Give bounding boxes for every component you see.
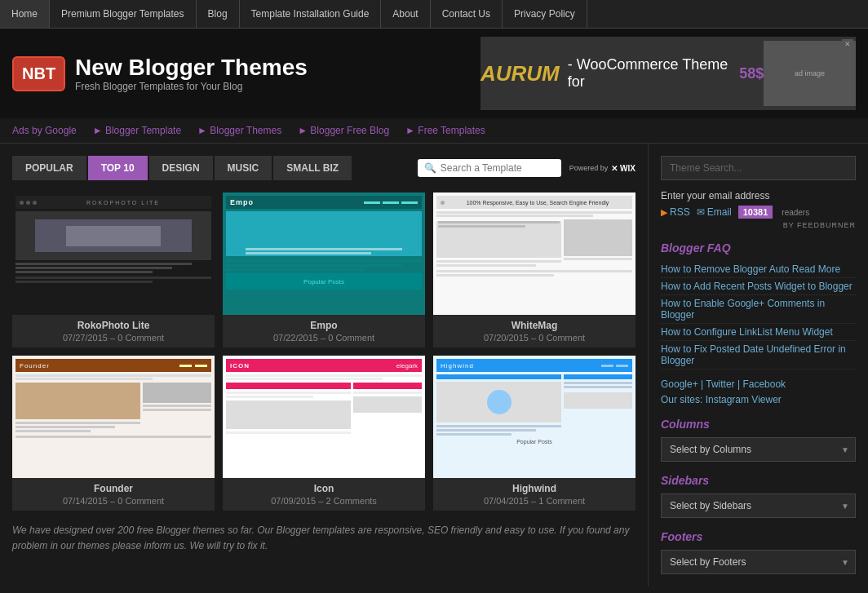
template-name: RokoPhoto Lite [19,320,208,331]
our-sites: Our sites: Instagram Viewer [661,394,856,405]
template-name: WhiteMag [440,320,629,331]
rss-link[interactable]: ▶ RSS [661,206,690,218]
nav-premium[interactable]: Premium Blogger Templates [50,0,197,28]
template-card-whitemag[interactable]: 100% Responsive, Easy to Use, Search Eng… [433,193,636,347]
sidebar: Enter your email address ▶ RSS ✉ Email 1… [648,144,868,586]
rss-label: RSS [670,206,690,218]
template-info-empo: Empo 07/22/2015 – 0 Comment [223,315,425,347]
nav-installation[interactable]: Template Installation Guide [240,0,382,28]
footers-section: Footers Select by Footers [661,530,856,574]
sidebars-select-wrapper: Select by Sidebars [661,493,856,518]
nav-about[interactable]: About [381,0,430,28]
template-date: 07/09/2015 – 2 Comments [229,496,418,506]
faq-title: Blogger FAQ [661,241,856,254]
template-date: 07/14/2015 – 0 Comment [19,496,208,506]
template-date: 07/20/2015 – 0 Comment [440,333,629,343]
template-card-rokophoto[interactable]: ROKOPHOTO LITE [12,193,215,347]
template-info-whitemag: WhiteMag 07/20/2015 – 0 Comment [433,315,636,347]
top-navigation: Home Premium Blogger Templates Blog Temp… [0,0,868,29]
columns-title: Columns [661,418,856,431]
template-name: Empo [229,320,418,331]
ads-by-google[interactable]: Ads by Google [12,125,77,136]
tab-music[interactable]: MUSIC [215,156,272,180]
email-link-label: Email [707,206,732,218]
search-input[interactable] [441,162,555,174]
site-name: New Blogger Themes [75,55,308,81]
wix-brand: ✕ WIX [611,164,636,173]
template-info-highwind: Highwind 07/04/2015 – 1 Comment [433,478,636,511]
nav-contact[interactable]: Contact Us [431,0,503,28]
template-tabs: POPULAR TOP 10 DESIGN MUSIC SMALL BIZ 🔍 … [12,156,636,180]
header-ad-banner[interactable]: ✕ AURUM - WooCommerce Theme for 58$ ad i… [480,37,856,110]
sidebars-select[interactable]: Select by Sidebars [661,493,856,518]
site-logo: NBT [12,56,65,91]
footers-title: Footers [661,530,856,543]
footers-select-wrapper: Select by Footers [661,550,856,574]
template-name: Icon [229,483,418,494]
ad-image: ad image [764,41,856,106]
tab-design[interactable]: DESIGN [149,156,213,180]
sidebar-search [661,156,856,180]
tab-top10[interactable]: TOP 10 [88,156,148,180]
tab-smallbiz[interactable]: SMALL BIZ [273,156,352,180]
sidebars-section: Sidebars Select by Sidebars [661,474,856,518]
readers-count: 10381 [738,206,773,219]
site-header: NBT New Blogger Themes Fresh Blogger Tem… [0,29,868,118]
template-card-empo[interactable]: Empo [223,193,425,347]
template-grid: ROKOPHOTO LITE [12,193,636,511]
columns-select[interactable]: Select by Columns [661,437,856,462]
email-section: Enter your email address ▶ RSS ✉ Email 1… [661,190,856,229]
ad-label: ✕ [842,39,853,49]
email-subscribe-link[interactable]: ✉ Email [697,206,732,218]
content-area: POPULAR TOP 10 DESIGN MUSIC SMALL BIZ 🔍 … [0,144,648,586]
readers-label: readers [782,208,809,217]
sub-nav-blogger-free-blog[interactable]: ► Blogger Free Blog [298,125,389,136]
ad-desc: - WooCommerce Theme for [568,56,731,91]
feedburner-label: BY FEEDBURNER [661,221,856,229]
tab-popular[interactable]: POPULAR [12,156,86,180]
columns-section: Columns Select by Columns [661,418,856,462]
template-card-highwind[interactable]: Highwind [433,356,636,511]
sidebars-title: Sidebars [661,474,856,487]
main-wrapper: POPULAR TOP 10 DESIGN MUSIC SMALL BIZ 🔍 … [0,144,868,586]
faq-item-2[interactable]: How to Enable Google+ Comments in Blogge… [661,295,856,324]
ad-price: 58$ [739,65,764,82]
search-icon: 🔍 [424,162,436,174]
template-date: 07/04/2015 – 1 Comment [440,496,629,506]
nav-blog[interactable]: Blog [197,0,240,28]
faq-item-0[interactable]: How to Remove Blogger Auto Read More [661,261,856,278]
email-label: Enter your email address [661,190,856,201]
template-card-icon[interactable]: ICON elegark [223,356,425,511]
faq-item-4[interactable]: How to Fix Posted Date Undefined Error i… [661,341,856,370]
sub-nav-free-templates[interactable]: ► Free Templates [405,125,485,136]
rss-icon: ▶ [661,207,667,218]
instagram-viewer-link[interactable]: Our sites: Instagram Viewer [661,394,782,405]
template-date: 07/27/2015 – 0 Comment [19,333,208,343]
sub-nav-blogger-themes[interactable]: ► Blogger Themes [197,125,281,136]
footer-description: We have designed over 200 free Blogger t… [12,523,636,554]
template-date: 07/22/2015 – 0 Comment [229,333,418,343]
sidebar-search-input[interactable] [661,156,856,180]
template-search-box[interactable]: 🔍 [418,159,561,177]
nav-home[interactable]: Home [0,0,50,28]
nav-privacy[interactable]: Privacy Policy [503,0,587,28]
social-link[interactable]: Google+ | Twitter | Facebook [661,378,786,390]
sub-navigation: Ads by Google ► Blogger Template ► Blogg… [0,118,868,144]
footers-select[interactable]: Select by Footers [661,550,856,574]
powered-by-label: Powered by [569,164,609,172]
template-name: Highwind [440,483,629,494]
template-name: Founder [19,483,208,494]
wix-badge: Powered by ✕ WIX [569,164,636,173]
columns-select-wrapper: Select by Columns [661,437,856,462]
faq-item-1[interactable]: How to Add Recent Posts Widget to Blogge… [661,278,856,295]
email-envelope-icon: ✉ [697,206,705,218]
faq-section: Blogger FAQ How to Remove Blogger Auto R… [661,241,856,370]
site-tagline: Fresh Blogger Templates for Your Blog [75,81,308,92]
social-links: Google+ | Twitter | Facebook [661,378,856,390]
template-card-founder[interactable]: Founder [12,356,215,511]
sub-nav-blogger-template[interactable]: ► Blogger Template [93,125,181,136]
faq-item-3[interactable]: How to Configure LinkList Menu Widget [661,324,856,341]
template-info-founder: Founder 07/14/2015 – 0 Comment [12,478,215,511]
template-info-icon: Icon 07/09/2015 – 2 Comments [223,478,425,511]
template-info-rokophoto: RokoPhoto Lite 07/27/2015 – 0 Comment [12,315,215,347]
